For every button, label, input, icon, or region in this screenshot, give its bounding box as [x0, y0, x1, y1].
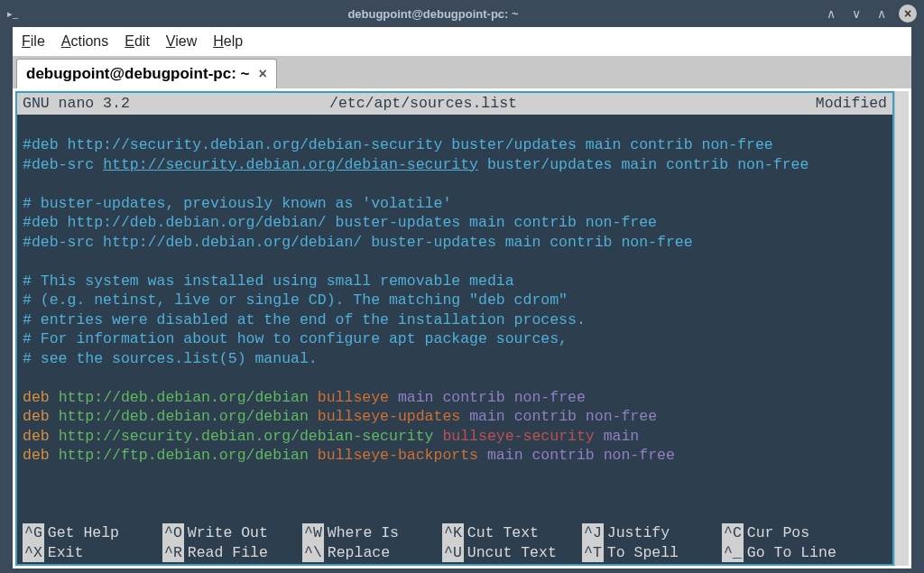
shortcut-key: ^W — [302, 523, 324, 543]
titlebar: ▸_ debugpoint@debugpoint-pc: ~ ∧ ∨ ∧ × — [0, 0, 924, 27]
nano-status: Modified — [779, 94, 887, 114]
titlebar-left: ▸_ — [7, 8, 43, 20]
nano-shortcut: ^X Exit — [23, 543, 162, 563]
nano-shortcut: ^W Where Is — [302, 523, 442, 543]
nano-line: # see the sources.list(5) manual. — [23, 349, 887, 369]
terminal-container: GNU nano 3.2 /etc/apt/sources.list Modif… — [13, 88, 911, 568]
maximize-down-icon[interactable]: ∨ — [848, 5, 864, 22]
shortcut-label: Replace — [328, 543, 390, 563]
minimize-icon[interactable]: ∧ — [823, 5, 839, 22]
tab-terminal[interactable]: debugpoint@debugpoint-pc: ~ × — [16, 59, 277, 88]
nano-line: # buster-updates, previously known as 'v… — [23, 194, 887, 214]
nano-line: # This system was installed using small … — [23, 272, 887, 291]
terminal[interactable]: GNU nano 3.2 /etc/apt/sources.list Modif… — [15, 91, 894, 566]
shortcut-label: Write Out — [188, 523, 268, 543]
tab-label: debugpoint@debugpoint-pc: ~ — [26, 65, 249, 83]
close-icon[interactable]: × — [899, 5, 917, 23]
tabbar: debugpoint@debugpoint-pc: ~ × — [13, 56, 911, 88]
window-title: debugpoint@debugpoint-pc: ~ — [43, 7, 823, 21]
shortcut-label: Cut Text — [467, 523, 539, 543]
nano-shortcut: ^C Cur Pos — [722, 523, 862, 543]
nano-shortcut: ^\ Replace — [302, 543, 442, 563]
terminal-app-icon: ▸_ — [7, 8, 18, 20]
nano-footer-row: ^X Exit^R Read File^\ Replace^U Uncut Te… — [23, 543, 887, 563]
shortcut-label: Where Is — [328, 523, 399, 543]
maximize-up-icon[interactable]: ∧ — [873, 5, 890, 22]
nano-shortcut: ^_ Go To Line — [722, 543, 862, 563]
shortcut-key: ^O — [162, 523, 184, 543]
nano-line: #deb http://security.debian.org/debian-s… — [23, 135, 887, 155]
nano-line: deb http://deb.debian.org/debian bullsey… — [23, 388, 887, 408]
shortcut-key: ^X — [23, 543, 44, 563]
nano-line: deb http://ftp.debian.org/debian bullsey… — [23, 446, 887, 466]
nano-line: # (e.g. netinst, live or single CD). The… — [23, 291, 887, 310]
shortcut-label: Get Help — [48, 523, 119, 543]
nano-shortcut: ^O Write Out — [162, 523, 302, 543]
menu-actions[interactable]: Actions — [61, 33, 108, 50]
app-window: File Actions Edit View Help debugpoint@d… — [13, 27, 911, 568]
nano-shortcut: ^R Read File — [162, 543, 302, 563]
nano-line: deb http://deb.debian.org/debian bullsey… — [23, 407, 887, 427]
nano-line — [23, 174, 887, 194]
nano-footer: ^G Get Help^O Write Out^W Where Is^K Cut… — [17, 523, 892, 564]
nano-line: #deb http://deb.debian.org/debian/ buste… — [23, 213, 887, 233]
nano-content[interactable]: #deb http://security.debian.org/debian-s… — [17, 115, 892, 524]
shortcut-key: ^T — [582, 543, 604, 563]
menu-edit[interactable]: Edit — [125, 33, 150, 50]
tab-close-icon[interactable]: × — [258, 66, 266, 82]
nano-shortcut: ^T To Spell — [582, 543, 722, 563]
shortcut-label: Exit — [48, 543, 84, 563]
menubar: File Actions Edit View Help — [13, 27, 911, 56]
shortcut-key: ^R — [162, 543, 184, 563]
nano-footer-row: ^G Get Help^O Write Out^W Where Is^K Cut… — [23, 523, 887, 543]
shortcut-key: ^G — [23, 523, 44, 543]
nano-line: # entries were disabled at the end of th… — [23, 310, 887, 330]
shortcut-key: ^K — [442, 523, 464, 543]
shortcut-key: ^\ — [302, 543, 324, 563]
nano-filename: /etc/apt/sources.list — [329, 94, 779, 114]
nano-line: #deb-src http://deb.debian.org/debian/ b… — [23, 233, 887, 253]
shortcut-key: ^J — [582, 523, 604, 543]
shortcut-label: Go To Line — [747, 543, 836, 563]
nano-shortcut: ^K Cut Text — [442, 523, 582, 543]
nano-line — [23, 252, 887, 272]
menu-help[interactable]: Help — [213, 33, 243, 50]
nano-header: GNU nano 3.2 /etc/apt/sources.list Modif… — [17, 93, 892, 115]
nano-shortcut: ^J Justify — [582, 523, 722, 543]
nano-line: # For information about how to configure… — [23, 329, 887, 349]
menu-file[interactable]: File — [22, 33, 45, 50]
shortcut-label: Justify — [607, 523, 670, 543]
shortcut-label: Uncut Text — [467, 543, 557, 563]
window-controls: ∧ ∨ ∧ × — [823, 5, 917, 23]
nano-shortcut: ^G Get Help — [23, 523, 162, 543]
shortcut-label: Cur Pos — [747, 523, 809, 543]
nano-line: #deb-src http://security.debian.org/debi… — [23, 155, 887, 175]
nano-version: GNU nano 3.2 — [23, 94, 329, 114]
menu-view[interactable]: View — [166, 33, 197, 50]
scrollbar[interactable] — [894, 91, 909, 566]
nano-shortcut: ^U Uncut Text — [442, 543, 582, 563]
shortcut-key: ^U — [442, 543, 464, 563]
nano-line: deb http://security.debian.org/debian-se… — [23, 427, 887, 447]
shortcut-label: To Spell — [607, 543, 679, 563]
nano-line — [23, 368, 887, 388]
shortcut-label: Read File — [188, 543, 268, 563]
shortcut-key: ^_ — [722, 543, 744, 563]
shortcut-key: ^C — [722, 523, 744, 543]
